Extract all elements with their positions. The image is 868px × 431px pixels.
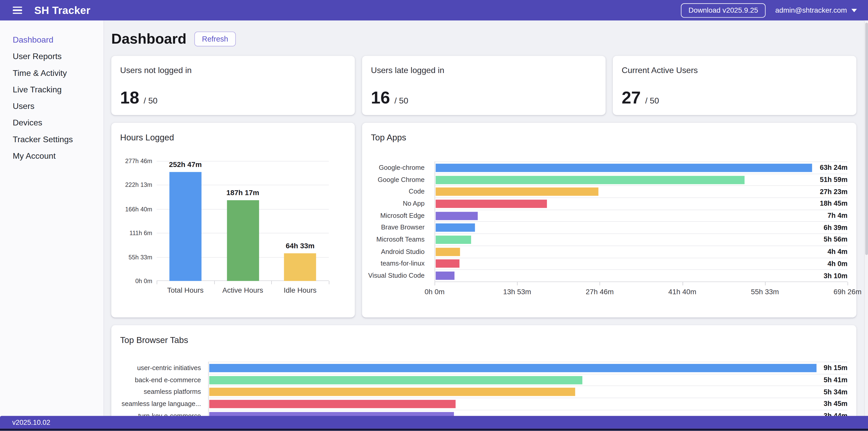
y-tick-label: 111h 6m — [129, 230, 152, 236]
bar-value-label: 3h 10m — [824, 270, 847, 281]
chart-row: 7h 4m — [435, 209, 847, 222]
axis-tick — [765, 282, 766, 286]
refresh-button[interactable]: Refresh — [194, 31, 236, 46]
x-tick-label: 55h 33m — [751, 288, 779, 296]
axis-tick — [600, 282, 600, 286]
top-apps-card: Top Apps Google-chromeGoogle ChromeCodeN… — [362, 123, 857, 318]
y-tick-label: 166h 40m — [125, 206, 152, 212]
row-label-code: Code — [371, 186, 425, 197]
stat-card-current-active-users: Current Active Users27/ 50 — [613, 56, 857, 115]
axis-tick — [517, 282, 518, 286]
chart-row: 5h 56m — [435, 234, 847, 245]
sidebar-item-dashboard[interactable]: Dashboard — [13, 31, 103, 47]
stat-value: 18 — [120, 88, 139, 108]
sidebar-item-live-tracking[interactable]: Live Tracking — [13, 81, 103, 97]
axis-tick — [329, 281, 330, 285]
top-apps-bar-microsoft-edge — [436, 212, 478, 220]
account-menu[interactable]: admin@shtracker.com — [775, 6, 857, 14]
bar-value-label: 4h 4m — [828, 246, 847, 257]
chart-row: 3h 45m — [209, 398, 847, 409]
row-label-google-chrome: Google-chrome — [371, 162, 425, 173]
x-tick-label: 41h 40m — [668, 288, 696, 296]
row-labels-column: user-centric initiativesback-end e-comme… — [120, 362, 201, 422]
sidebar-item-time-activity[interactable]: Time & Activity — [13, 64, 103, 81]
stat-cards-row: Users not logged in18/ 50Users late logg… — [111, 56, 857, 115]
row-label-no-app: No App — [371, 197, 425, 209]
bar-value-label: 51h 59m — [820, 174, 847, 185]
account-email: admin@shtracker.com — [775, 6, 847, 14]
bar-value-label: 64h 33m — [272, 241, 329, 250]
bar-value-label: 3h 45m — [824, 398, 847, 409]
top-browser-tabs-bar-seamless-large-language — [209, 400, 456, 408]
hours-x-axis: Total HoursActive HoursIdle Hours — [157, 286, 329, 294]
chart-row: 4h 4m — [435, 245, 847, 257]
row-label-microsoft-edge: Microsoft Edge — [371, 209, 425, 222]
bar-value-label: 7h 4m — [828, 210, 847, 222]
sidebar-item-tracker-settings[interactable]: Tracker Settings — [13, 131, 103, 147]
download-button[interactable]: Download v2025.9.25 — [681, 3, 766, 18]
bar-value-label: 5h 34m — [824, 386, 847, 398]
chart-row: 18h 45m — [435, 197, 847, 209]
x-axis-labels: 0h 0m13h 53m27h 46m41h 40m55h 33m69h 26m — [435, 288, 847, 296]
axis-tick — [435, 282, 435, 286]
x-category-label: Active Hours — [214, 286, 272, 294]
top-browser-tabs-bar-seamless-platforms — [209, 388, 575, 396]
stat-card-title: Users not logged in — [120, 65, 346, 75]
top-apps-bar-google-chrome — [436, 176, 744, 184]
axis-tick — [157, 281, 157, 285]
bars-area: 252h 47m187h 17m64h 33m — [157, 161, 329, 281]
sidebar-item-devices[interactable]: Devices — [13, 114, 103, 130]
stat-card-title: Users late logged in — [371, 65, 597, 75]
top-apps-bar-brave-browser — [436, 224, 475, 232]
top-apps-title: Top Apps — [371, 133, 847, 143]
page-scrollbar[interactable] — [864, 21, 868, 416]
stat-total: / 50 — [395, 96, 408, 105]
chevron-down-icon — [851, 9, 857, 12]
stat-card-users-late-logged-in: Users late logged in16/ 50 — [362, 56, 606, 115]
stat-value-row: 27/ 50 — [622, 88, 847, 108]
bar-value-label: 9h 15m — [824, 362, 847, 374]
bar-value-label: 187h 17m — [214, 189, 272, 197]
hours-logged-chart: 277h 46m222h 13m166h 40m111h 6m55h 33m0h… — [120, 161, 346, 281]
hours-logged-title: Hours Logged — [120, 133, 346, 143]
chart-row: 6h 39m — [435, 222, 847, 233]
top-apps-bar-visual-studio-code — [436, 271, 455, 280]
axis-tick — [272, 281, 272, 285]
bar-slot: 64h 33m — [272, 161, 329, 281]
bar-value-label: 252h 47m — [157, 160, 214, 168]
top-apps-bar-teams-for-linux — [436, 260, 459, 268]
sidebar-item-users[interactable]: Users — [13, 97, 103, 114]
chart-row: 3h 10m — [435, 269, 847, 281]
top-apps-bar-microsoft-teams — [436, 236, 471, 244]
row-label-brave-browser: Brave Browser — [371, 222, 425, 233]
sidebar-item-user-reports[interactable]: User Reports — [13, 47, 103, 64]
main-content: Dashboard Refresh Users not logged in18/… — [104, 21, 868, 431]
top-browser-tabs-bar-user-centric-initiatives — [209, 364, 816, 372]
stat-value: 27 — [622, 88, 641, 108]
app-title: SH Tracker — [34, 4, 90, 16]
x-tick-label: 69h 26m — [834, 288, 862, 296]
hours-y-axis: 277h 46m222h 13m166h 40m111h 6m55h 33m0h… — [120, 161, 152, 281]
y-tick-label: 55h 33m — [129, 254, 152, 260]
hours-bar-idle-hours — [284, 253, 316, 281]
bars-area: 63h 24m51h 59m27h 23m18h 45m7h 4m6h 39m5… — [435, 162, 847, 282]
row-label-microsoft-teams: Microsoft Teams — [371, 234, 425, 245]
plot-column: 63h 24m51h 59m27h 23m18h 45m7h 4m6h 39m5… — [435, 162, 847, 297]
app-window: SH Tracker Download v2025.9.25 admin@sht… — [0, 0, 868, 431]
chart-row: 63h 24m — [435, 162, 847, 173]
menu-icon[interactable] — [13, 6, 22, 14]
sidebar-item-my-account[interactable]: My Account — [13, 147, 103, 164]
top-browser-tabs-title: Top Browser Tabs — [120, 335, 847, 345]
stat-total: / 50 — [144, 96, 158, 105]
chart-row: 5h 41m — [209, 374, 847, 386]
scrollbar-thumb[interactable] — [865, 23, 868, 255]
chart-row: 5h 34m — [209, 386, 847, 397]
bar-value-label: 4h 0m — [828, 258, 847, 269]
row-label-seamless-platforms: seamless platforms — [120, 386, 201, 397]
axis-tick — [847, 282, 848, 286]
row-labels-column: Google-chromeGoogle ChromeCodeNo AppMicr… — [371, 162, 425, 297]
stat-card-users-not-logged-in: Users not logged in18/ 50 — [111, 56, 355, 115]
y-tick-label: 222h 13m — [125, 182, 152, 189]
top-apps-bar-no-app — [436, 199, 547, 208]
chart-row: 9h 15m — [209, 362, 847, 373]
